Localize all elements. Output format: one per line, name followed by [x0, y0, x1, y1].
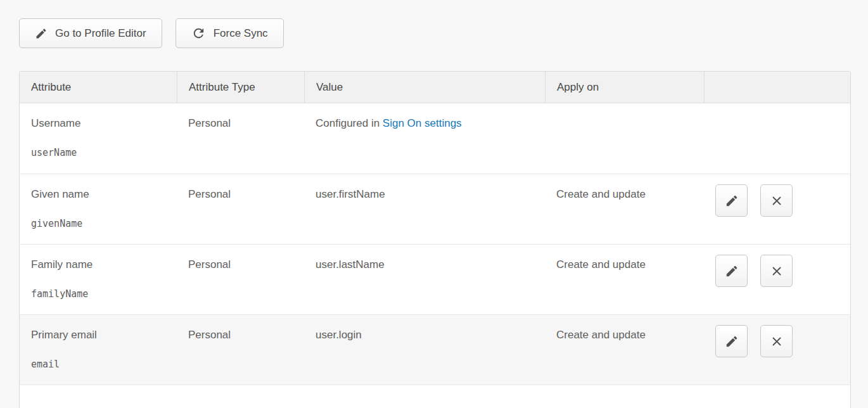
attribute-label: Given name [31, 188, 170, 201]
attribute-label: Username [31, 117, 170, 130]
pencil-icon [35, 27, 48, 40]
pencil-icon [725, 335, 739, 348]
force-sync-label: Force Sync [214, 27, 268, 40]
attribute-cell: Family name familyName [20, 244, 177, 314]
header-actions [704, 72, 850, 103]
close-icon [770, 264, 784, 278]
value-cell: user.firstName [304, 174, 545, 244]
actions-cell [704, 103, 850, 174]
attribute-type-cell: Personal [177, 103, 304, 174]
actions-cell [704, 244, 850, 314]
attribute-type-cell: Personal [177, 244, 304, 314]
value-text: Configured in [316, 117, 383, 129]
delete-mapping-button[interactable] [760, 184, 793, 217]
table-header: Attribute Attribute Type Value Apply on [20, 72, 850, 103]
actions-cell [704, 174, 850, 244]
apply-on-cell [545, 103, 704, 174]
actions-cell [704, 314, 850, 385]
close-icon [770, 194, 784, 208]
value-cell: user.lastName [304, 244, 545, 314]
attribute-cell: Primary email email [20, 314, 177, 385]
table-row-family-name: Family name familyName Personal user.las… [20, 244, 850, 314]
attribute-variable: email [31, 359, 170, 370]
pencil-icon [725, 264, 739, 278]
delete-mapping-button[interactable] [760, 325, 793, 357]
attribute-variable: userName [31, 147, 170, 158]
attribute-label: Primary email [31, 329, 170, 341]
attribute-cell: Username userName [20, 103, 177, 174]
empty-cell [20, 385, 850, 408]
header-attribute-type: Attribute Type [177, 72, 304, 103]
attribute-mappings-table-container: Attribute Attribute Type Value Apply on … [19, 71, 851, 408]
go-to-profile-editor-button[interactable]: Go to Profile Editor [19, 18, 162, 48]
apply-on-cell: Create and update [545, 244, 704, 314]
attribute-label: Family name [31, 258, 170, 271]
sign-on-settings-link[interactable]: Sign On settings [383, 117, 462, 129]
header-attribute: Attribute [20, 72, 177, 103]
attribute-type-cell: Personal [177, 174, 304, 244]
table-row-given-name: Given name givenName Personal user.first… [20, 174, 850, 244]
attribute-variable: givenName [31, 218, 170, 229]
apply-on-cell: Create and update [545, 314, 704, 385]
table-row-primary-email: Primary email email Personal user.login … [20, 314, 850, 385]
attribute-type-cell: Personal [177, 314, 304, 385]
close-icon [770, 335, 784, 348]
header-apply-on: Apply on [545, 72, 704, 103]
edit-mapping-button[interactable] [715, 255, 748, 287]
edit-mapping-button[interactable] [715, 325, 748, 357]
attribute-variable: familyName [31, 288, 170, 300]
force-sync-button[interactable]: Force Sync [176, 18, 284, 48]
value-cell: Configured in Sign On settings [304, 103, 545, 174]
value-cell: user.login [304, 314, 545, 385]
empty-row [20, 385, 850, 408]
pencil-icon [725, 194, 739, 208]
table-row-username: Username userName Personal Configured in… [20, 103, 850, 174]
edit-mapping-button[interactable] [715, 184, 748, 217]
delete-mapping-button[interactable] [760, 255, 793, 287]
go-to-profile-editor-label: Go to Profile Editor [55, 27, 146, 40]
header-value: Value [304, 72, 545, 103]
refresh-icon [191, 26, 206, 41]
attribute-mappings-table: Attribute Attribute Type Value Apply on … [19, 71, 851, 408]
attribute-cell: Given name givenName [20, 174, 177, 244]
apply-on-cell: Create and update [545, 174, 704, 244]
toolbar: Go to Profile Editor Force Sync [0, 0, 868, 48]
